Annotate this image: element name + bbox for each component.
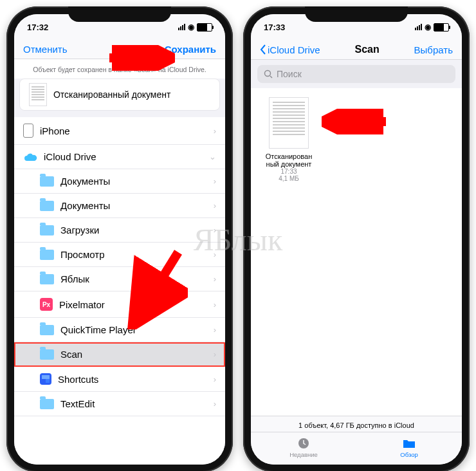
chevron-icon: ›	[214, 201, 216, 210]
location-row-загрузки[interactable]: Загрузки›	[14, 218, 225, 243]
storage-footer: 1 объект, 4,67 ГБ доступно в iCloud	[251, 416, 462, 432]
row-label: iPhone	[40, 125, 70, 136]
folder-icon	[40, 201, 54, 211]
chevron-icon: ›	[214, 325, 216, 335]
chevron-icon: ›	[214, 225, 216, 235]
status-time: 17:32	[27, 23, 48, 32]
save-button[interactable]: Сохранить	[165, 44, 216, 55]
location-row-просмотр[interactable]: Просмотр›	[14, 243, 225, 267]
location-row-icloud-drive[interactable]: iCloud Drive⌄	[14, 145, 225, 169]
document-thumb-icon	[29, 83, 47, 106]
row-label: Просмотр	[60, 249, 105, 260]
row-label: Документы	[60, 176, 110, 187]
chevron-icon: ›	[214, 176, 216, 186]
row-label: Pixelmator	[59, 299, 105, 310]
file-item[interactable]: Отсканирован ный документ 17:33 4,1 МБ	[260, 97, 318, 182]
location-row-документы[interactable]: Документы›	[14, 194, 225, 218]
folder-icon	[40, 399, 54, 409]
chevron-icon: ⌄	[209, 152, 216, 162]
signal-icon	[415, 24, 422, 30]
document-thumb-icon	[269, 97, 309, 149]
chevron-icon: ›	[214, 399, 216, 409]
screen-right: 17:33 ◉ iCloud Drive Scan Выбрать Поиск	[251, 14, 462, 465]
icloud-icon	[23, 152, 37, 162]
folder-icon	[40, 250, 54, 260]
row-label: Яблык	[60, 273, 89, 284]
row-label: iCloud Drive	[44, 151, 96, 162]
status-time: 17:33	[264, 23, 285, 32]
select-button[interactable]: Выбрать	[414, 44, 453, 55]
search-input[interactable]: Поиск	[257, 65, 455, 83]
nav-bar: Отменить Сохранить	[14, 40, 225, 59]
shortcuts-icon	[40, 373, 51, 385]
iphone-icon	[23, 124, 33, 138]
search-icon	[264, 69, 273, 78]
folder-icon	[40, 176, 54, 187]
tab-label: Обзор	[400, 451, 417, 458]
status-right: ◉	[178, 23, 212, 32]
chevron-left-icon	[260, 44, 266, 55]
back-button[interactable]: iCloud Drive	[260, 44, 320, 55]
back-label: iCloud Drive	[268, 44, 320, 55]
battery-icon	[434, 23, 449, 32]
location-row-quicktime-player[interactable]: QuickTime Player›	[14, 318, 225, 342]
notch	[305, 6, 408, 22]
row-label: TextEdit	[60, 398, 95, 409]
chevron-icon: ›	[214, 374, 216, 384]
row-label: Загрузки	[60, 225, 99, 236]
clock-icon	[297, 436, 311, 450]
chevron-icon: ›	[214, 250, 216, 259]
page-title: Scan	[355, 44, 380, 55]
status-right: ◉	[415, 23, 449, 32]
tab-label: Недавние	[289, 451, 318, 458]
phone-right: 17:33 ◉ iCloud Drive Scan Выбрать Поиск	[243, 6, 470, 471]
svg-line-3	[270, 76, 272, 78]
location-row-документы[interactable]: Документы›	[14, 169, 225, 194]
tab-browse[interactable]: Обзор	[356, 432, 462, 465]
signal-icon	[178, 24, 185, 30]
tab-bar: Недавние Обзор	[251, 432, 462, 465]
row-label: Shortcuts	[58, 374, 98, 385]
folder-icon	[40, 349, 54, 360]
wifi-icon: ◉	[188, 23, 194, 32]
notch	[68, 6, 171, 22]
screen-left: 17:32 ◉ Отменить Сохранить Объект будет …	[14, 14, 225, 465]
battery-icon	[197, 23, 212, 32]
stage: ЯБлык 17:32 ◉ Отменить Сохранить Объект …	[6, 6, 470, 471]
folder-icon	[40, 325, 54, 335]
location-row-яблык[interactable]: Яблык›	[14, 267, 225, 291]
phone-left: 17:32 ◉ Отменить Сохранить Объект будет …	[6, 6, 233, 471]
document-name-row[interactable]: Отсканированный документ	[19, 78, 220, 111]
file-time: 17:33	[260, 168, 318, 175]
folder-icon	[402, 436, 416, 450]
row-label: QuickTime Player	[60, 324, 136, 335]
location-row-textedit[interactable]: TextEdit›	[14, 392, 225, 416]
location-row-scan[interactable]: Scan›	[14, 342, 225, 367]
file-grid: Отсканирован ный документ 17:33 4,1 МБ	[251, 88, 462, 416]
svg-point-2	[265, 71, 271, 77]
nav-bar: iCloud Drive Scan Выбрать	[251, 40, 462, 60]
wifi-icon: ◉	[425, 23, 431, 32]
row-label: Документы	[60, 200, 110, 211]
chevron-icon: ›	[214, 300, 216, 309]
chevron-icon: ›	[214, 274, 216, 284]
tab-recents[interactable]: Недавние	[251, 432, 356, 465]
row-label: Scan	[60, 349, 82, 360]
folder-icon	[40, 274, 54, 284]
location-list[interactable]: iPhone›iCloud Drive⌄Документы›Документы›…	[14, 117, 225, 465]
location-row-iphone[interactable]: iPhone›	[14, 117, 225, 145]
chevron-icon: ›	[214, 349, 216, 359]
chevron-icon: ›	[214, 126, 216, 136]
document-name: Отсканированный документ	[53, 89, 170, 100]
pixelmator-icon: Px	[40, 298, 53, 311]
file-size: 4,1 МБ	[260, 175, 318, 182]
save-hint: Объект будет сохранен в папке «Scan» на …	[14, 59, 225, 78]
arrow-annotation	[322, 109, 392, 134]
search-placeholder: Поиск	[277, 69, 302, 79]
cancel-button[interactable]: Отменить	[23, 44, 68, 55]
location-row-shortcuts[interactable]: Shortcuts›	[14, 367, 225, 392]
location-row-pixelmator[interactable]: PxPixelmator›	[14, 291, 225, 318]
file-name: Отсканирован ный документ	[260, 152, 318, 168]
folder-icon	[40, 225, 54, 236]
